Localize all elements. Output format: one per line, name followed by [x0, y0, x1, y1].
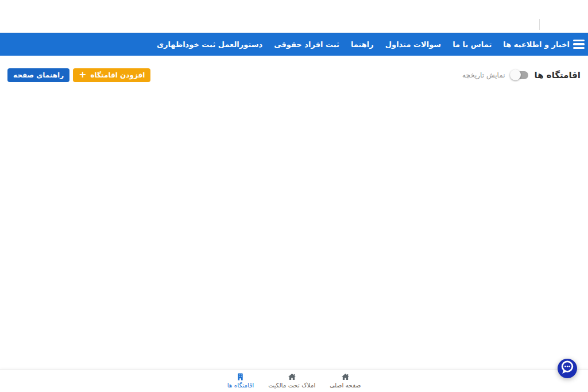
chat-widget-button[interactable]: [558, 359, 577, 378]
nav-item-faq[interactable]: سوالات متداول: [385, 40, 441, 49]
top-whitespace: [0, 0, 588, 33]
add-accommodation-button-label: افزودن اقامتگاه: [91, 71, 145, 79]
nav-item-self-declaration-instructions[interactable]: دستورالعمل ثبت خوداظهاری: [157, 40, 262, 49]
nav-item-contact-us[interactable]: تماس با ما: [452, 40, 492, 49]
page-guide-button[interactable]: راهنمای صفحه: [7, 68, 69, 82]
page-title: اقامتگاه ها: [535, 70, 581, 80]
nav-item-news[interactable]: اخبار و اطلاعیه ها: [503, 40, 570, 49]
nav-item-legal-entities[interactable]: ثبت افراد حقوقی: [274, 40, 339, 49]
plus-icon: +: [79, 70, 86, 79]
show-history-toggle-label: نمایش تاریخچه: [462, 71, 505, 79]
bottom-nav-accommodations[interactable]: اقامتگاه ها: [227, 373, 254, 389]
bottom-nav-accommodations-label: اقامتگاه ها: [227, 382, 254, 389]
home-icon: [288, 373, 296, 381]
bottom-nav-home[interactable]: صفحه اصلی: [330, 373, 361, 389]
hamburger-menu-icon[interactable]: [572, 37, 586, 52]
page-header-right: اقامتگاه ها نمایش تاریخچه: [462, 70, 581, 80]
show-history-toggle[interactable]: [512, 71, 528, 79]
caret-artifact: [539, 19, 540, 30]
page-header: اقامتگاه ها نمایش تاریخچه افزودن اقامتگا…: [7, 68, 581, 82]
main-navbar: اخبار و اطلاعیه ها تماس با ما سوالات متد…: [0, 33, 588, 56]
add-accommodation-button[interactable]: افزودن اقامتگاه +: [73, 68, 150, 82]
toggle-knob: [510, 69, 521, 80]
bottom-nav-owned-properties[interactable]: املاک تحت مالکیت: [268, 373, 315, 389]
page-header-actions: افزودن اقامتگاه + راهنمای صفحه: [7, 68, 150, 82]
chat-bubble-icon: [558, 358, 577, 379]
hotel-icon: [237, 373, 244, 381]
bottom-nav-home-label: صفحه اصلی: [330, 382, 361, 389]
nav-item-guide[interactable]: راهنما: [351, 40, 374, 49]
bottom-nav-owned-properties-label: املاک تحت مالکیت: [268, 382, 315, 389]
home-icon: [341, 373, 350, 381]
content-area: [0, 82, 588, 368]
bottom-navigation: صفحه اصلی املاک تحت مالکیت اقامتگاه ها: [0, 369, 588, 392]
